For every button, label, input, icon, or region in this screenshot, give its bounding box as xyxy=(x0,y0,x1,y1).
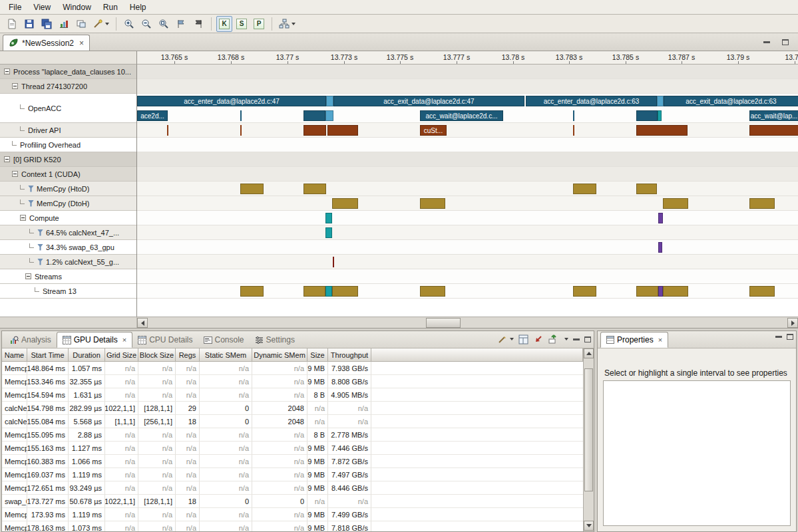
timeline-bar[interactable] xyxy=(658,242,662,253)
timeline-bar[interactable] xyxy=(303,184,326,194)
zoom-fit-button[interactable] xyxy=(156,16,172,32)
timeline-bar[interactable] xyxy=(663,198,688,209)
timeline-row-profiling-overhead[interactable]: Profiling Overhead xyxy=(0,138,136,152)
timeline-bar[interactable] xyxy=(658,213,663,223)
minimize-icon[interactable] xyxy=(775,336,782,338)
timeline-ruler[interactable]: 13.765 s13.768 s13.77 s13.773 s13.775 s1… xyxy=(137,51,798,65)
timeline-bar[interactable] xyxy=(636,125,688,136)
vscroll-thumb[interactable] xyxy=(584,368,593,491)
timeline-row-thread[interactable]: Thread 2741307200 xyxy=(0,79,136,94)
tab-properties[interactable]: Properties × xyxy=(600,332,668,348)
column-header-duration[interactable]: Duration xyxy=(69,348,105,362)
close-tab-icon[interactable]: × xyxy=(122,336,126,344)
timeline-row-process[interactable]: Process "laplace_data_clauses 10... xyxy=(0,65,136,79)
timeline-lane-compute[interactable] xyxy=(137,211,798,225)
table-row[interactable]: Memcpy155.095 ms2.88 µsn/an/an/an/an/a8 … xyxy=(2,428,583,442)
timeline-bar[interactable] xyxy=(325,213,332,223)
timeline-bar[interactable] xyxy=(326,96,333,106)
process-mode-toggle-button[interactable]: P xyxy=(251,16,267,32)
import-arrow-icon[interactable] xyxy=(533,334,543,344)
maximize-icon[interactable] xyxy=(779,37,791,47)
column-header-regs[interactable]: Regs xyxy=(176,348,200,362)
timeline-lane-profiling-overhead[interactable] xyxy=(137,138,798,152)
minimize-icon[interactable] xyxy=(573,338,580,340)
table-row[interactable]: Memcpy172.651 ms93.249 µsn/an/an/an/an/a… xyxy=(2,481,583,495)
table-row[interactable]: Memcpy169.037 ms1.119 msn/an/an/an/an/a9… xyxy=(2,468,583,481)
timeline-lane-kernel-calcnext-55[interactable] xyxy=(137,255,798,269)
timeline-row-driver-api[interactable]: Driver API xyxy=(0,123,136,138)
table-row[interactable]: Memcpy173.93 ms1.119 msn/an/an/an/an/a9 … xyxy=(2,508,583,521)
timeline-bar[interactable] xyxy=(240,286,264,297)
table-row[interactable]: Memcpy148.864 ms1.057 msn/an/an/an/an/a9… xyxy=(2,362,583,375)
timeline-row-openacc[interactable]: OpenACC xyxy=(0,94,136,123)
import-session-button[interactable] xyxy=(73,16,89,32)
column-header-name[interactable]: Name xyxy=(2,348,27,362)
timeline-row-compute[interactable]: Compute xyxy=(0,211,136,225)
timeline-row-memcpy-dtoh[interactable]: MemCpy (DtoH) xyxy=(0,196,136,211)
close-tab-icon[interactable]: × xyxy=(79,39,84,48)
timeline-lane-stream-13[interactable] xyxy=(137,284,798,299)
timeline-bar[interactable]: acc_exit_data@laplace2d.c:63 xyxy=(664,96,798,106)
timeline-bar[interactable] xyxy=(420,286,445,297)
timeline-bar[interactable] xyxy=(325,286,332,297)
run-analysis-button[interactable] xyxy=(277,16,298,32)
export-icon[interactable] xyxy=(548,334,558,344)
maximize-icon[interactable] xyxy=(584,336,591,342)
timeline-bar[interactable] xyxy=(636,286,658,297)
timeline-lane-memcpy-dtoh[interactable] xyxy=(137,196,798,211)
maximize-icon[interactable] xyxy=(787,334,793,340)
menu-file[interactable]: File xyxy=(3,1,27,14)
timeline-bar[interactable] xyxy=(325,227,332,238)
timeline-bar[interactable] xyxy=(240,125,242,136)
timeline-bar[interactable] xyxy=(657,96,664,106)
new-session-button[interactable] xyxy=(4,16,20,32)
table-row[interactable]: Memcpy154.594 ms1.631 µsn/an/an/an/an/a8… xyxy=(2,388,583,402)
zoom-out-button[interactable] xyxy=(138,16,154,32)
table-row[interactable]: Memcpy178.163 ms1.073 msn/an/an/an/an/a9… xyxy=(2,521,583,531)
collapse-toggle-icon[interactable] xyxy=(20,215,26,221)
collapse-toggle-icon[interactable] xyxy=(25,273,31,279)
timeline-row-context-1[interactable]: Context 1 (CUDA) xyxy=(0,167,136,182)
timeline-bar[interactable]: cuSt... xyxy=(420,125,447,136)
timeline-bar[interactable] xyxy=(325,110,333,121)
collapse-toggle-icon[interactable] xyxy=(12,171,18,177)
tab-newsession2[interactable]: *NewSession2 × xyxy=(3,35,90,51)
table-row[interactable]: calcNext155.084 ms5.568 µs[1,1,1][256,1,… xyxy=(2,415,583,428)
tab-settings[interactable]: Settings xyxy=(250,332,300,348)
table-row[interactable]: calcNext154.798 ms282.99 µs[1022,1,1][12… xyxy=(2,402,583,415)
hscroll-thumb[interactable] xyxy=(426,318,461,328)
timeline-lane-kernel-swap-63[interactable] xyxy=(137,240,798,255)
table-row[interactable]: Memcpy153.346 ms32.355 µsn/an/an/an/an/a… xyxy=(2,375,583,388)
profile-application-button[interactable] xyxy=(56,16,72,32)
timeline-lane-process[interactable] xyxy=(137,65,798,79)
timeline-lane-openacc[interactable]: acc_enter_data@laplace2d.c:47acc_exit_da… xyxy=(137,94,798,123)
configure-session-button[interactable] xyxy=(91,16,111,32)
timeline-row-grid-k520[interactable]: [0] GRID K520 xyxy=(0,152,136,167)
tab-cpu-details[interactable]: CPU Details xyxy=(132,332,198,348)
column-header-dynamic-smem[interactable]: Dynamic SMem xyxy=(252,348,307,362)
timeline-bar[interactable]: ace2d... xyxy=(137,110,168,121)
table-row[interactable]: swap_63173.727 ms50.678 µs[1022,1,1][128… xyxy=(2,495,583,508)
timeline-bar[interactable] xyxy=(573,286,596,297)
timeline-bar[interactable] xyxy=(573,125,574,136)
timeline-bar[interactable]: acc_exit_data@laplace2d.c:47 xyxy=(333,96,524,106)
menu-view[interactable]: View xyxy=(27,1,57,14)
timeline-bar[interactable] xyxy=(573,110,574,121)
save-all-button[interactable] xyxy=(39,16,55,32)
timeline-bar[interactable] xyxy=(573,184,596,194)
timeline-lane-context-1[interactable] xyxy=(137,167,798,182)
menu-window[interactable]: Window xyxy=(57,1,97,14)
timeline-bar[interactable]: acc_wait@lap... xyxy=(749,110,798,121)
timeline-bar[interactable] xyxy=(240,110,242,121)
timeline-bar[interactable] xyxy=(749,125,798,136)
timeline-row-streams[interactable]: Streams xyxy=(0,269,136,284)
layout-icon[interactable] xyxy=(518,334,528,344)
timeline-bar[interactable] xyxy=(663,286,688,297)
column-header-static-smem[interactable]: Static SMem xyxy=(200,348,252,362)
scroll-left-button[interactable] xyxy=(137,318,148,328)
timeline-row-memcpy-htod[interactable]: MemCpy (HtoD) xyxy=(0,182,136,196)
timeline-lane-driver-api[interactable]: cuSt... xyxy=(137,123,798,138)
scroll-up-button[interactable] xyxy=(584,348,594,358)
timeline-bar[interactable] xyxy=(240,184,264,194)
timeline-bar[interactable]: acc_enter_data@laplace2d.c:47 xyxy=(137,96,326,106)
